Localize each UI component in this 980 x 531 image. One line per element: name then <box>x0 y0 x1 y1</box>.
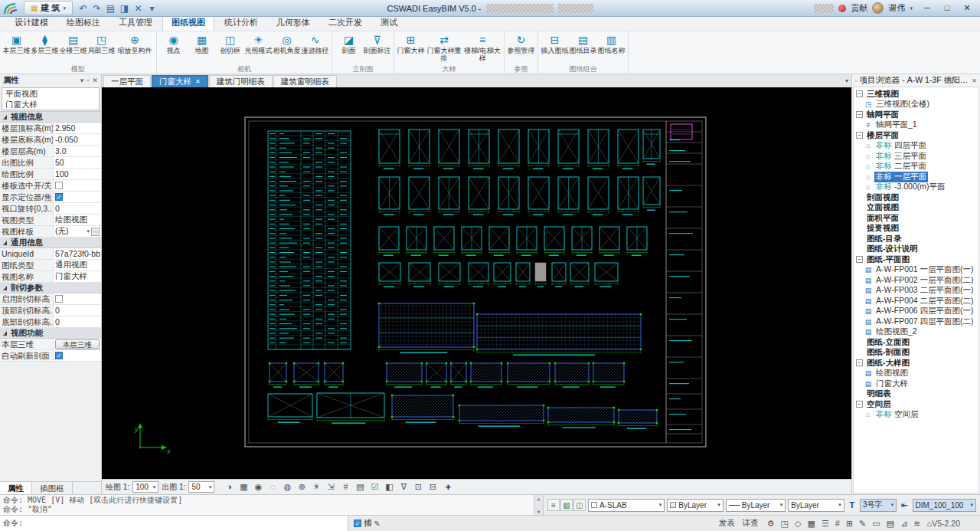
tree-expander-icon[interactable]: − <box>856 132 863 139</box>
layers-icon[interactable]: ◧ <box>384 482 394 492</box>
tree-item[interactable]: ▤A-W-FP004 二层平面图(二) <box>854 296 978 306</box>
ribbon-button-6-3[interactable]: ▥图纸名称 <box>597 32 626 65</box>
tree-item[interactable]: 图纸-剖面图 <box>854 348 978 359</box>
ribbon-button-1-5[interactable]: ⊕缩放至构件 <box>116 32 154 65</box>
tree-item[interactable]: ▤A-W-FP002 一层平面图(二) <box>854 275 978 286</box>
grid-display-icon[interactable]: ▦ <box>238 482 249 492</box>
chevron-down-icon[interactable]: ▾ <box>87 228 90 234</box>
command-history[interactable]: 命令: MOVE [V] 移动 [双击此行进行快捷键设置] 命令: "取消" ▲… <box>0 495 544 515</box>
tree-item[interactable]: ⌂非标空间层 <box>854 410 978 421</box>
ribbon-tab-6[interactable]: 几何形体 <box>268 15 318 31</box>
gear-icon[interactable]: ⚙ <box>767 519 775 529</box>
review-button[interactable]: 详查 <box>743 518 759 529</box>
tree-expander-icon[interactable]: − <box>856 256 863 263</box>
ribbon-button-6-2[interactable]: ▤图纸目录 <box>569 32 597 65</box>
plot-scale-dropdown[interactable]: 50 ▾ <box>188 481 214 493</box>
tree-item[interactable]: ⌂非标四层平面 <box>854 141 978 152</box>
panel-button[interactable]: 本层三维 <box>55 339 100 349</box>
sheet-grid-icon[interactable]: ▤ <box>354 482 365 492</box>
ribbon-tab-7[interactable]: 二次开发 <box>320 15 371 31</box>
checkbox[interactable] <box>55 295 63 303</box>
doc-tab-3[interactable]: 建筑门明细表 <box>209 75 273 87</box>
tree-item[interactable]: ▤A-W-FP003 二层平面图(一) <box>854 286 978 297</box>
ribbon-button-1-1[interactable]: ▣本层三维 <box>2 32 31 65</box>
filter-icon[interactable]: ∇ <box>398 482 409 492</box>
tree-item[interactable]: 明细表 <box>854 389 978 400</box>
ribbon-tab-1[interactable]: 设计建模 <box>6 15 57 31</box>
visibility-icon[interactable]: ◑ <box>224 482 234 492</box>
tree-expander-icon[interactable]: − <box>856 111 863 118</box>
checkbox[interactable]: ✓ <box>55 352 63 359</box>
new-view-icon[interactable]: ⊟ <box>427 482 438 492</box>
angle-icon[interactable]: ⊿ <box>900 519 907 529</box>
linetype-dropdown[interactable]: ByLayer ▾ <box>726 499 786 512</box>
ribbon-button-1-3[interactable]: ▤全楼三维 <box>59 32 87 65</box>
ribbon-button-4-3[interactable]: ≡楼梯/电梯大样 <box>463 32 501 65</box>
tree-item[interactable]: 图纸-目录 <box>854 234 978 244</box>
scroll-up-icon[interactable]: ▲ <box>537 496 541 501</box>
command-scrollbar[interactable]: ▲ ▼ <box>534 495 543 515</box>
maximize-button[interactable]: □ <box>937 3 957 13</box>
close-icon[interactable]: ✕ <box>92 77 98 84</box>
focus-icon[interactable]: ◉ <box>253 482 263 492</box>
tree-item[interactable]: −图纸-大样图 <box>854 358 978 369</box>
text-style-icon[interactable]: T <box>847 499 858 511</box>
table-icon[interactable]: ▤ <box>887 519 894 529</box>
ribbon-tab-5[interactable]: 统计分析 <box>216 15 266 31</box>
tree-item[interactable]: ▤A-W-FP001 一层平面图(一) <box>854 265 978 276</box>
home-icon[interactable]: ⌂ <box>927 519 933 529</box>
sun-icon[interactable]: ☀ <box>311 482 322 492</box>
tree-expander-icon[interactable]: − <box>856 359 863 366</box>
user-avatar[interactable] <box>872 2 884 14</box>
ribbon-button-1-2[interactable]: ⧫多层三维 <box>31 32 59 65</box>
tree-item[interactable]: −楼层平面 <box>854 130 978 141</box>
tree-item[interactable]: 面积平面 <box>854 213 978 224</box>
ribbon-button-2-6[interactable]: ∿漫游路径 <box>301 32 329 65</box>
doc-tab-2[interactable]: 门窗大样✕ <box>152 75 208 87</box>
user-menu-icon[interactable]: ▾ <box>910 5 913 11</box>
ribbon-button-3-2[interactable]: ⊽剖面标注 <box>363 32 391 65</box>
checklist-icon[interactable]: ☑ <box>369 482 380 492</box>
minimize-button[interactable]: ─ <box>917 3 937 13</box>
close-tab-icon[interactable]: ✕ <box>195 78 201 85</box>
doc-tab-4[interactable]: 建筑窗明细表 <box>273 75 337 87</box>
tree-item[interactable]: −三维视图 <box>854 89 978 100</box>
section-header[interactable]: 剖切参数 <box>0 283 101 293</box>
layer-manager-icon[interactable]: ≡ <box>547 499 560 511</box>
section-header[interactable]: 通用信息 <box>0 238 101 248</box>
model-space-icon[interactable]: ◳ <box>781 519 789 529</box>
annotation-icon[interactable]: ✎ <box>859 519 866 529</box>
print-icon[interactable]: ▤ <box>104 2 117 15</box>
tree-item[interactable]: ▤门窗大样 <box>854 379 978 389</box>
ribbon-button-4-2[interactable]: ⇄门窗大样重排 <box>425 32 463 65</box>
redo-icon[interactable]: ↷ <box>90 2 103 15</box>
ribbon-button-6-1[interactable]: ⊟插入图纸 <box>541 32 569 65</box>
tree-item[interactable]: 提资视图 <box>854 224 978 234</box>
layer-isolate-icon[interactable]: ◫ <box>573 499 586 511</box>
tree-item[interactable]: ⌂非标一层平面 <box>854 172 978 182</box>
fit-view-icon[interactable]: ⇲ <box>325 482 336 492</box>
ribbon-tab-2[interactable]: 绘图标注 <box>58 15 109 31</box>
pencil-icon[interactable]: ✎ <box>374 520 381 528</box>
grid-icon[interactable]: ▦ <box>807 519 815 529</box>
tree-item[interactable]: −空间层 <box>854 399 978 410</box>
tree-item[interactable]: ▤绘图视图 <box>854 369 978 379</box>
tree-item[interactable]: 图纸-设计说明 <box>854 244 978 255</box>
tree-item[interactable]: 剖面视图 <box>854 192 978 203</box>
ribbon-tab-4[interactable]: 图纸视图 <box>162 15 214 31</box>
tree-item[interactable]: ▤A-W-FP006 四层平面图(一) <box>854 306 978 317</box>
command-input[interactable]: 命令: <box>0 516 348 531</box>
shade-mode-icon[interactable]: ◍ <box>282 482 292 492</box>
section-header[interactable]: 视图功能 <box>0 328 101 339</box>
snap-checkbox[interactable]: ✓ <box>354 520 361 527</box>
wave-icon[interactable]: ≋ <box>913 519 920 529</box>
tree-item[interactable]: 立面视图 <box>854 203 978 214</box>
chevron-down-icon[interactable]: ▾ <box>80 77 84 84</box>
tree-item[interactable]: −轴网平面 <box>854 110 978 120</box>
layer-state-icon[interactable]: ▧ <box>560 499 573 511</box>
tree-item[interactable]: #轴网平面_1 <box>854 120 978 131</box>
ribbon-button-2-2[interactable]: ▦地图 <box>188 32 216 65</box>
ribbon-tab-3[interactable]: 工具管理 <box>110 15 161 31</box>
text-style-dropdown[interactable]: 3号字 ▾ <box>860 499 897 512</box>
list-icon[interactable]: ☰ <box>822 519 829 529</box>
